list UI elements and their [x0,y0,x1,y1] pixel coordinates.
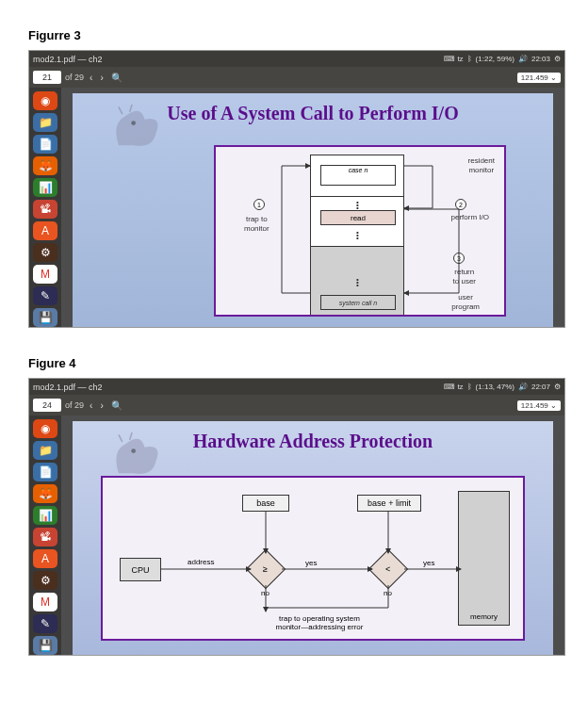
volume-icon[interactable]: 🔊 [518,55,528,63]
svg-point-0 [131,121,136,125]
no-label-1: no [261,589,270,597]
base-box: base [242,495,289,512]
search-icon[interactable]: 🔍 [109,73,124,83]
address-label: address [188,558,214,566]
screenshot-2: mod2.1.pdf — ch2 ⌨ tz ᛒ (1:13, 47%) 🔊 22… [28,378,565,656]
volume-icon[interactable]: 🔊 [518,383,528,391]
pdf-content-area[interactable]: Use of A System Call to Perform I/O case… [61,88,564,327]
window-titlebar: mod2.1.pdf — ch2 ⌨ tz ᛒ (1:22, 59%) 🔊 22… [29,51,564,67]
search-icon[interactable]: 🔍 [109,400,124,411]
screenshot-1: mod2.1.pdf — ch2 ⌨ tz ᛒ (1:22, 59%) 🔊 22… [28,50,565,328]
window-titlebar: mod2.1.pdf — ch2 ⌨ tz ᛒ (1:13, 47%) 🔊 22… [29,379,564,395]
launcher-calc-icon[interactable]: 📊 [33,178,57,197]
launcher-reader-icon[interactable]: 📄 [33,463,57,481]
launcher-dash-icon[interactable]: ◉ [33,91,57,110]
page-total: of 29 [65,73,84,82]
status-tray[interactable]: ⌨ tz ᛒ (1:22, 59%) 🔊 22:03 ⚙ [444,55,561,63]
launcher-settings-icon[interactable]: ⚙ [33,571,57,590]
launcher-impress-icon[interactable]: 📽 [33,528,57,546]
launcher-editor-icon[interactable]: ✎ [33,614,57,633]
page-number-input[interactable]: 24 [33,399,61,412]
bluetooth-icon[interactable]: ᛒ [467,55,472,63]
clock: 22:03 [531,55,550,63]
pdf-toolbar: 24 of 29 ‹ › 🔍 121.459 ⌄ [29,395,564,416]
ubuntu-launcher: ◉ 📁 📄 🦊 📊 📽 A ⚙ M ✎ 💾 [29,416,61,655]
launcher-firefox-icon[interactable]: 🦊 [33,156,57,175]
svg-point-1 [131,448,136,453]
launcher-disk-icon[interactable]: 💾 [33,308,57,327]
status-tray[interactable]: ⌨ tz ᛒ (1:13, 47%) 🔊 22:07 ⚙ [444,383,561,391]
battery-icon[interactable]: (1:13, 47%) [476,383,514,391]
battery-icon[interactable]: (1:22, 59%) [476,55,514,63]
window-title: mod2.1.pdf — ch2 [33,383,444,392]
ge-symbol: ≥ [263,564,268,574]
ubuntu-launcher: ◉ 📁 📄 🦊 📊 📽 A ⚙ M ✎ 💾 [29,88,61,327]
launcher-amazon-icon[interactable]: A [33,221,57,240]
yes-label-1: yes [305,559,317,567]
figure3-label: Figurre 3 [28,28,560,42]
gear-icon[interactable]: ⚙ [554,383,561,391]
launcher-gmail-icon[interactable]: M [33,265,57,284]
bsd-daemon-icon [101,429,181,481]
yes-label-2: yes [423,559,434,567]
launcher-settings-icon[interactable]: ⚙ [33,243,57,262]
bluetooth-icon[interactable]: ᛒ [467,383,472,391]
syscall-diagram: case n ••• read ••• ••• system call n ••… [214,145,506,317]
launcher-amazon-icon[interactable]: A [33,549,57,568]
zoom-selector[interactable]: 121.459 ⌄ [517,73,561,83]
slide: Use of A System Call to Perform I/O case… [73,93,553,327]
page-total: of 29 [65,400,84,410]
pdf-toolbar: 21 of 29 ‹ › 🔍 121.459 ⌄ [29,67,564,88]
slide: Hardware Address Protection CPU base bas… [73,421,553,655]
keyboard-icon[interactable]: ⌨ tz [444,55,463,63]
page-number-input[interactable]: 21 [33,71,61,84]
launcher-impress-icon[interactable]: 📽 [33,200,57,219]
bsd-daemon-icon [101,101,181,153]
launcher-firefox-icon[interactable]: 🦊 [33,484,57,503]
base-limit-box: base + limit [357,495,421,512]
clock: 22:07 [531,383,550,391]
window-title: mod2.1.pdf — ch2 [33,55,444,64]
launcher-editor-icon[interactable]: ✎ [33,286,57,305]
keyboard-icon[interactable]: ⌨ tz [444,383,463,391]
gear-icon[interactable]: ⚙ [554,55,561,63]
next-page-button[interactable]: › [98,73,105,83]
launcher-files-icon[interactable]: 📁 [33,113,57,132]
launcher-calc-icon[interactable]: 📊 [33,506,57,525]
launcher-reader-icon[interactable]: 📄 [33,135,57,154]
address-protection-diagram: CPU base base + limit ≥ < memory address… [101,476,525,641]
trap-label: trap to operating system monitor—address… [239,614,400,631]
no-label-2: no [384,589,392,597]
next-page-button[interactable]: › [98,400,105,411]
launcher-gmail-icon[interactable]: M [33,593,57,611]
launcher-files-icon[interactable]: 📁 [33,441,57,460]
launcher-dash-icon[interactable]: ◉ [33,419,57,438]
pdf-content-area[interactable]: Hardware Address Protection CPU base bas… [61,416,564,655]
prev-page-button[interactable]: ‹ [88,400,94,411]
memory-box: memory [458,491,510,626]
prev-page-button[interactable]: ‹ [88,73,94,83]
launcher-disk-icon[interactable]: 💾 [33,636,57,655]
cpu-box: CPU [120,558,161,581]
zoom-selector[interactable]: 121.459 ⌄ [517,400,561,411]
lt-symbol: < [385,564,390,574]
figure4-label: Figure 4 [28,356,560,370]
